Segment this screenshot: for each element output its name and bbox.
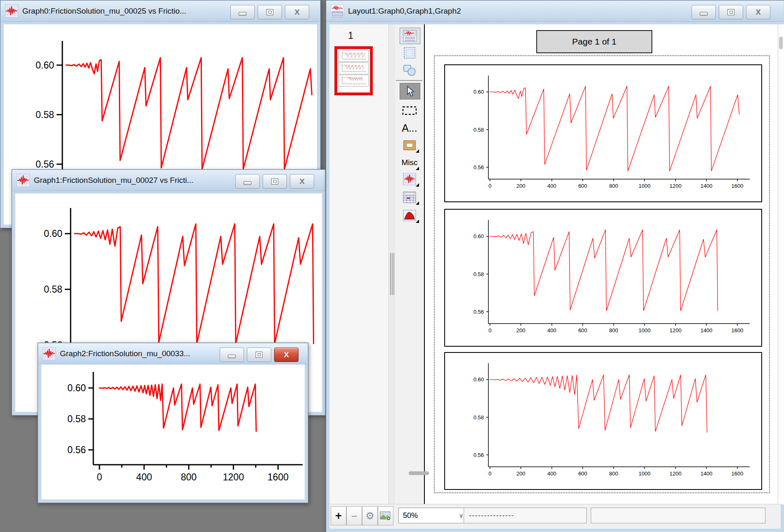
status-field-left: --------------- [464, 508, 587, 523]
graph-window-icon [17, 174, 30, 187]
graph-icon [403, 173, 416, 185]
svg-text:0.56: 0.56 [474, 309, 484, 315]
svg-text:0.60: 0.60 [474, 376, 484, 383]
svg-text:800: 800 [609, 327, 618, 333]
add-gizmo-tool[interactable] [400, 208, 419, 223]
page-thumbnail-selected[interactable] [334, 46, 373, 95]
layout-graph0-frame[interactable]: 0.600.580.560200400600800100012001400160… [444, 64, 762, 202]
graph0-close-button[interactable]: X [285, 5, 309, 19]
layout-window-icon [331, 5, 344, 18]
arrow-cursor-icon [405, 85, 415, 97]
dropdown-corner-icon [416, 201, 419, 205]
horizontal-scrollbar-thumb[interactable] [409, 471, 429, 475]
svg-text:800: 800 [181, 472, 197, 482]
graph2-plot-area[interactable]: 0.600.580.56040080012001600 [41, 364, 305, 499]
svg-text:0: 0 [488, 183, 491, 189]
close-icon: X [294, 8, 300, 17]
layout1-close-button[interactable]: X [746, 5, 770, 19]
dropdown-corner-icon [416, 183, 419, 187]
graph1-minimize-button[interactable] [235, 174, 260, 189]
svg-text:0.58: 0.58 [474, 127, 484, 133]
text-tool[interactable]: A... [400, 120, 419, 136]
page-settings-button[interactable]: ⚙ [362, 506, 378, 525]
svg-text:0: 0 [488, 471, 491, 477]
svg-text:1400: 1400 [701, 183, 713, 189]
status-field-right [591, 508, 765, 523]
svg-text:0: 0 [97, 472, 102, 482]
svg-text:1200: 1200 [670, 327, 682, 333]
page-setup-tool[interactable] [400, 45, 419, 61]
page-margins-icon [403, 47, 416, 59]
svg-text:1600: 1600 [268, 472, 289, 482]
svg-text:0.56: 0.56 [474, 452, 484, 458]
graph1-close-button[interactable]: X [290, 174, 314, 189]
remove-page-button[interactable]: − [346, 506, 362, 525]
svg-text:0.58: 0.58 [67, 414, 86, 424]
graph0-minimize-button[interactable] [230, 5, 255, 19]
svg-text:0.58: 0.58 [44, 284, 62, 295]
thumbnail-mini-graph2 [339, 75, 369, 87]
svg-text:0: 0 [488, 327, 491, 333]
zoom-level-select[interactable]: 50% ∨ [398, 508, 468, 523]
svg-text:1400: 1400 [701, 327, 713, 333]
close-icon: X [284, 350, 289, 359]
graph2-close-button[interactable]: X [274, 348, 298, 362]
layout-mode-icon [403, 30, 417, 42]
minimize-icon [244, 181, 251, 185]
draw-shapes-tool[interactable] [400, 62, 419, 78]
marquee-tool[interactable] [400, 103, 419, 118]
layout-graph0-chart: 0.600.580.560200400600800100012001400160… [445, 65, 760, 200]
layout-mode-tool[interactable] [400, 28, 420, 44]
add-page-button[interactable]: + [331, 506, 346, 525]
svg-text:0.56: 0.56 [67, 445, 86, 455]
gizmo-3d-icon [403, 210, 416, 221]
thumbnail-mini-graph1 [339, 62, 369, 74]
page-left-edge [424, 24, 425, 504]
shapes-icon [403, 64, 417, 76]
window-graph2: Graph2:FrictionSolution_mu_00033... X 0.… [38, 343, 308, 503]
svg-text:600: 600 [578, 183, 587, 189]
svg-text:600: 600 [578, 327, 587, 333]
svg-text:1200: 1200 [223, 472, 244, 482]
export-graphics-button[interactable] [378, 506, 393, 525]
misc-tool[interactable]: Misc [400, 155, 419, 170]
plus-icon: + [335, 510, 342, 523]
vertical-scrollbar-thumb[interactable] [779, 37, 783, 49]
graph-window-icon [43, 347, 56, 360]
svg-text:400: 400 [547, 327, 557, 333]
svg-text:1000: 1000 [639, 183, 651, 189]
graph0-restore-button[interactable] [258, 5, 282, 19]
vertical-scrollbar[interactable] [778, 24, 784, 504]
layout1-minimize-button[interactable] [692, 5, 716, 19]
layout1-title: Layout1:Graph0,Graph1,Graph2 [348, 7, 461, 16]
graph2-minimize-button[interactable] [220, 348, 244, 362]
layout-graph1-frame[interactable]: 0.600.580.560200400600800100012001400160… [444, 209, 762, 347]
zoom-level-value: 50% [403, 511, 418, 520]
graph2-restore-button[interactable] [247, 348, 271, 362]
layout-toolbar: A... Misc [395, 24, 424, 504]
arrow-select-tool[interactable] [400, 83, 420, 99]
svg-text:600: 600 [578, 471, 587, 477]
add-table-tool[interactable] [400, 189, 419, 205]
svg-text:1600: 1600 [732, 327, 744, 333]
svg-text:1200: 1200 [670, 183, 682, 189]
layout1-restore-button[interactable] [719, 5, 743, 19]
status-left-text: --------------- [469, 512, 514, 519]
svg-text:400: 400 [136, 472, 152, 482]
svg-text:0.58: 0.58 [474, 271, 484, 277]
layout1-window-controls: X [692, 5, 770, 19]
restore-icon [256, 352, 263, 358]
add-graph-tool[interactable] [400, 171, 419, 187]
minimize-icon [239, 12, 246, 16]
svg-text:800: 800 [609, 183, 618, 189]
svg-text:0.60: 0.60 [474, 89, 484, 95]
svg-text:0.56: 0.56 [474, 164, 484, 170]
igor-desktop: Graph0:FrictionSolution_mu_00025 vs Fric… [0, 0, 784, 532]
layout-graph2-frame[interactable]: 0.600.580.560200400600800100012001400160… [444, 352, 762, 490]
frame-tool[interactable] [400, 137, 419, 153]
graph1-restore-button[interactable] [263, 174, 287, 189]
table-icon [403, 192, 416, 203]
export-image-icon [380, 511, 391, 521]
page-number-label: 1 [329, 30, 372, 41]
svg-text:1000: 1000 [639, 471, 651, 477]
